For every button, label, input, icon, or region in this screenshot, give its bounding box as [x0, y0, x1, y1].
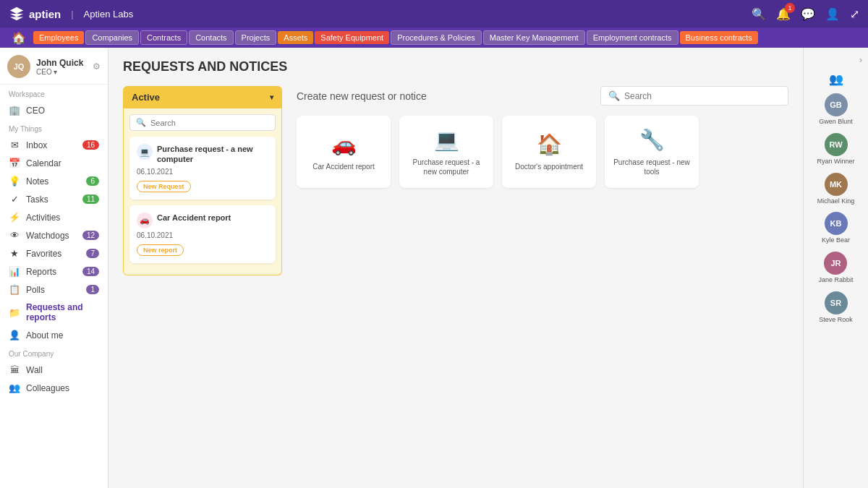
logo-icon — [9, 6, 25, 22]
main-layout: JQ John Quick CEO ▾ ⚙ Workspace 🏢 CEO My… — [0, 48, 868, 488]
colleague-2[interactable]: MK Michael King — [817, 170, 855, 208]
tab-companies[interactable]: Companies — [85, 30, 139, 45]
sidebar-item-reports[interactable]: 📊 Reports 14 — [0, 262, 108, 281]
tab-contracts[interactable]: Contracts — [140, 30, 187, 45]
sidebar-item-colleagues[interactable]: 👥 Colleagues — [0, 379, 108, 397]
request-card-0-title: Purchase request - a new computer — [157, 144, 268, 165]
sidebar-item-activities[interactable]: ⚡ Activities — [0, 208, 108, 226]
template-car-accident[interactable]: 🚗 Car Accident report — [297, 116, 391, 188]
sidebar-item-wall[interactable]: 🏛 Wall — [0, 361, 108, 379]
request-card-0[interactable]: 💻 Purchase request - a new computer 06.1… — [129, 137, 276, 200]
sidebar-item-about[interactable]: 👤 About me — [0, 326, 108, 344]
calendar-label: Calendar — [26, 158, 61, 168]
sidebar-item-polls[interactable]: 📋 Polls 1 — [0, 281, 108, 299]
sidebar-item-notes[interactable]: 💡 Notes 6 — [0, 172, 108, 190]
favorites-badge: 7 — [86, 249, 99, 258]
requests-icon: 📁 — [9, 307, 20, 318]
user-switch-button[interactable]: 👤 — [825, 7, 840, 21]
request-card-1-badge: New report — [137, 244, 184, 256]
colleague-1-name: Ryan Winner — [817, 158, 854, 166]
sidebar-item-calendar[interactable]: 📅 Calendar — [0, 154, 108, 172]
right-sidebar-toggle[interactable]: › — [856, 52, 868, 68]
workspace-item-label: CEO — [26, 106, 45, 116]
active-panel-body: 🔍 💻 Purchase request - a new computer 06… — [123, 108, 282, 275]
content-area: REQUESTS AND NOTICES Active ▾ 🔍 💻 — [109, 48, 803, 488]
app-logo[interactable]: aptien — [9, 6, 61, 22]
purchase-tools-icon: 🔧 — [639, 128, 665, 152]
left-panel: Active ▾ 🔍 💻 Purchase request - a new co… — [123, 86, 282, 275]
watchdogs-icon: 👁 — [9, 230, 20, 241]
template-doctors-appointment[interactable]: 🏠 Doctor's appointment — [502, 116, 596, 188]
active-filter-dropdown[interactable]: Active ▾ — [123, 86, 282, 108]
user-settings-button[interactable]: ⚙ — [93, 61, 101, 72]
tasks-label: Tasks — [26, 194, 48, 205]
create-search-bar: 🔍 — [600, 86, 788, 106]
sidebar-item-inbox[interactable]: ✉ Inbox 16 — [0, 136, 108, 154]
colleague-3[interactable]: KB Kyle Bear — [822, 209, 850, 247]
request-search-input[interactable] — [150, 119, 269, 127]
colleagues-icon: 👥 — [9, 382, 20, 393]
colleague-0[interactable]: GB Gwen Blunt — [819, 90, 853, 129]
request-card-1[interactable]: 🚗 Car Accident report 06.10.2021 New rep… — [129, 205, 276, 263]
search-nav-button[interactable]: 🔍 — [752, 7, 766, 21]
colleagues-sidebar-icon[interactable]: 👥 — [826, 69, 846, 89]
polls-badge: 1 — [86, 285, 99, 294]
request-card-1-title: Car Accident report — [157, 213, 231, 223]
right-sidebar: › 👥 GB Gwen Blunt RW Ryan Winner MK Mich… — [803, 48, 868, 488]
user-name: John Quick — [36, 58, 87, 68]
messages-button[interactable]: 💬 — [801, 7, 815, 21]
sidebar-item-ceo[interactable]: 🏢 CEO — [0, 101, 108, 119]
colleague-0-name: Gwen Blunt — [819, 118, 853, 126]
template-purchase-tools[interactable]: 🔧 Purchase request - new tools — [605, 116, 699, 188]
tab-employment[interactable]: Employment contracts — [587, 30, 678, 45]
colleague-1[interactable]: RW Ryan Winner — [817, 130, 854, 168]
sidebar-item-tasks[interactable]: ✓ Tasks 11 — [0, 190, 108, 208]
notes-label: Notes — [26, 176, 48, 187]
sidebar-item-watchdogs[interactable]: 👁 Watchdogs 12 — [0, 226, 108, 244]
colleague-4[interactable]: JR Jane Rabbit — [818, 249, 853, 287]
notes-badge: 6 — [86, 176, 99, 186]
tab-home[interactable]: 🏠 — [6, 30, 32, 46]
user-avatar: JQ — [7, 55, 30, 78]
create-title: Create new request or notice — [297, 90, 427, 102]
tab-procedures[interactable]: Procedures & Policies — [391, 30, 482, 45]
tab-employees[interactable]: Employees — [33, 31, 84, 44]
colleague-3-avatar: KB — [825, 212, 848, 235]
tab-safety[interactable]: Safety Equipment — [315, 31, 389, 44]
create-search-input[interactable] — [624, 91, 780, 101]
colleague-1-avatar: RW — [825, 133, 848, 156]
watchdogs-label: Watchdogs — [26, 231, 69, 241]
notifications-button[interactable]: 🔔 1 — [776, 7, 791, 21]
nav-separator: | — [71, 9, 73, 20]
template-purchase-computer[interactable]: 💻 Purchase request - a new computer — [399, 116, 493, 188]
nav-icons: 🔍 🔔 1 💬 👤 ⤢ — [752, 7, 859, 21]
tasks-icon: ✓ — [9, 194, 20, 205]
tab-contacts[interactable]: Contacts — [189, 30, 233, 45]
avatar-initials: JQ — [14, 62, 25, 71]
inbox-label: Inbox — [26, 140, 47, 150]
colleague-5[interactable]: SR Steve Rook — [819, 288, 853, 327]
template-tools-label: Purchase request - new tools — [613, 158, 690, 176]
tab-master[interactable]: Master Key Management — [483, 30, 585, 45]
reports-icon: 📊 — [9, 266, 20, 277]
calendar-icon: 📅 — [9, 158, 20, 168]
tab-assets[interactable]: Assets — [278, 31, 313, 44]
colleague-5-name: Steve Rook — [819, 316, 853, 324]
create-search-icon: 🔍 — [608, 90, 620, 101]
car-accident-icon: 🚗 — [331, 132, 357, 156]
tab-business[interactable]: Business contracts — [680, 31, 758, 44]
tab-projects[interactable]: Projects — [235, 30, 277, 45]
sidebar-item-favorites[interactable]: ★ Favorites 7 — [0, 244, 108, 262]
colleague-4-name: Jane Rabbit — [818, 276, 853, 284]
colleague-2-avatar: MK — [825, 173, 848, 196]
expand-button[interactable]: ⤢ — [850, 7, 859, 21]
company-name: Aptien Labs — [84, 9, 134, 20]
requests-label: Requests and reports — [26, 302, 99, 322]
request-search-bar: 🔍 — [129, 114, 276, 131]
wall-label: Wall — [26, 365, 43, 375]
car-report-icon: 🚗 — [137, 213, 153, 228]
building-icon: 🏢 — [9, 105, 20, 116]
colleague-0-avatar: GB — [825, 93, 848, 116]
app-name: aptien — [29, 8, 61, 20]
sidebar-item-requests[interactable]: 📁 Requests and reports — [0, 299, 108, 326]
